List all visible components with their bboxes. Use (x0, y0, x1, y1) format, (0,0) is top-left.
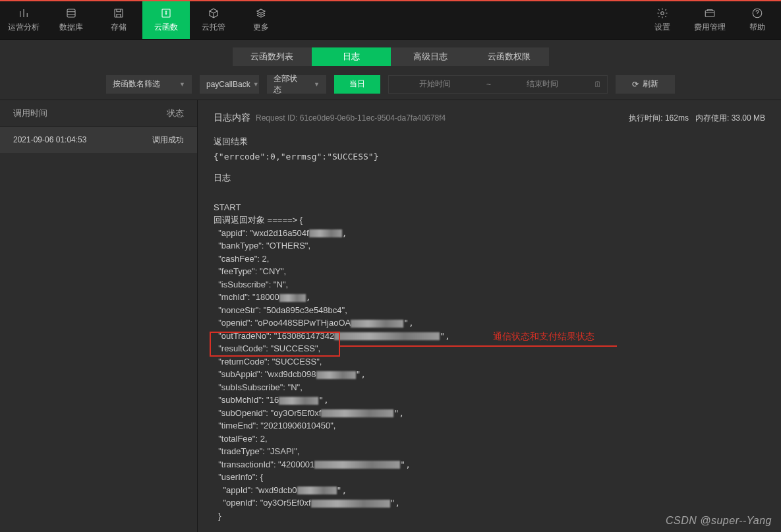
return-result: {"errcode":0,"errmsg":"SUCCESS"} (214, 152, 765, 162)
log-label: 日志 (214, 172, 765, 184)
toolbar-cube[interactable]: 云托管 (190, 1, 237, 39)
filter-bar: 按函数名筛选▼ payCallBack▼ 全部状态▼ 当日 开始时间 ~ 结束时… (0, 69, 781, 100)
log-title: 日志内容 (214, 112, 250, 124)
help-icon (751, 7, 763, 19)
svg-point-3 (661, 12, 664, 15)
end-time: 结束时间 (496, 78, 589, 90)
svg-rect-1 (115, 9, 123, 17)
log-body: START 回调返回对象 =====> { "appid": "wxd2d16a… (214, 188, 765, 522)
sidebar-header: 调用时间 状态 (0, 100, 197, 127)
calendar-icon: 🗓 (589, 80, 607, 89)
col-time: 调用时间 (13, 107, 47, 119)
refresh-icon: ⟳ (632, 80, 639, 89)
stack-icon (255, 7, 267, 19)
request-id: Request ID: 61ce0de9-0e6b-11ec-9504-da7f… (256, 113, 446, 123)
toolbar-gear[interactable]: 设置 (639, 1, 686, 39)
metrics: 执行时间: 162ms 内存使用: 33.00 MB (629, 113, 765, 124)
gear-icon (656, 7, 668, 19)
svg-rect-0 (67, 9, 75, 17)
toolbar-help[interactable]: 帮助 (734, 1, 781, 39)
time-range-input[interactable]: 开始时间 ~ 结束时间 🗓 (388, 75, 608, 94)
toolbar-list[interactable]: 数据库 (47, 1, 95, 39)
toolbar-stack[interactable]: 更多 (237, 1, 285, 39)
bars-icon (18, 7, 30, 19)
list-icon (65, 7, 77, 19)
today-button[interactable]: 当日 (334, 75, 380, 94)
subtab-日志[interactable]: 日志 (312, 47, 391, 66)
subtab-云函数列表[interactable]: 云函数列表 (233, 47, 312, 66)
log-content: 日志内容 Request ID: 61ce0de9-0e6b-11ec-9504… (198, 100, 781, 532)
return-result-label: 返回结果 (214, 136, 765, 148)
title-bar: 运营分析数据库存储云函数云托管更多 设置费用管理帮助 (0, 1, 781, 40)
function-name-dropdown[interactable]: payCallBack▼ (200, 75, 259, 94)
subtab-高级日志[interactable]: 高级日志 (391, 47, 470, 66)
svg-rect-4 (705, 11, 714, 16)
call-list-sidebar: 调用时间 状态 2021-09-06 01:04:53 调用成功 (0, 100, 198, 532)
cost-icon (704, 7, 716, 19)
refresh-button[interactable]: ⟳ 刷新 (616, 75, 675, 94)
cube-icon (208, 7, 219, 19)
table-row[interactable]: 2021-09-06 01:04:53 调用成功 (0, 127, 197, 153)
filter-by-dropdown[interactable]: 按函数名筛选▼ (106, 75, 192, 94)
fn-icon (160, 7, 172, 19)
row-status: 调用成功 (152, 134, 184, 146)
toolbar-fn[interactable]: 云函数 (142, 1, 190, 39)
row-time: 2021-09-06 01:04:53 (13, 135, 86, 144)
col-status: 状态 (167, 107, 184, 119)
sub-tabs: 云函数列表日志高级日志云函数权限 (0, 40, 781, 69)
save-icon (113, 7, 125, 19)
subtab-云函数权限[interactable]: 云函数权限 (470, 47, 549, 66)
toolbar-bars[interactable]: 运营分析 (0, 1, 47, 39)
status-dropdown[interactable]: 全部状态▼ (267, 75, 326, 94)
start-time: 开始时间 (389, 78, 481, 90)
toolbar-cost[interactable]: 费用管理 (686, 1, 734, 39)
toolbar-save[interactable]: 存储 (95, 1, 142, 39)
